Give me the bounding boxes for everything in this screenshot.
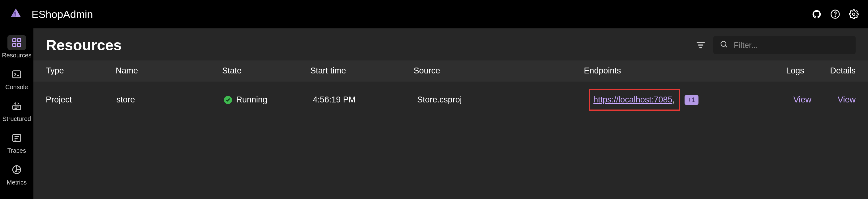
col-header-logs[interactable]: Logs: [760, 66, 830, 76]
search-icon: [719, 40, 728, 51]
details-view-link[interactable]: View: [838, 95, 856, 104]
sidebar-item-label: Metrics: [7, 179, 27, 186]
col-header-source[interactable]: Source: [413, 66, 584, 76]
traces-icon: [11, 133, 22, 143]
page-title: Resources: [46, 37, 695, 54]
sidebar-item-resources[interactable]: Resources: [0, 32, 33, 63]
sidebar-item-console[interactable]: Console: [0, 63, 33, 95]
sidebar-item-label: Traces: [7, 147, 26, 154]
structured-icon: [11, 101, 22, 111]
search-input[interactable]: [734, 40, 849, 50]
cell-type: Project: [46, 95, 116, 105]
grid-icon: [11, 37, 22, 48]
svg-rect-6: [18, 43, 21, 47]
topbar: EShopAdmin: [0, 0, 868, 28]
cell-state: Running: [224, 95, 313, 105]
svg-rect-3: [13, 39, 16, 42]
svg-rect-4: [18, 39, 21, 42]
col-header-type[interactable]: Type: [46, 66, 116, 76]
col-header-start[interactable]: Start time: [310, 66, 413, 76]
app-title: EShopAdmin: [32, 8, 811, 21]
main-content: Resources: [33, 28, 868, 199]
cell-start: 4:56:19 PM: [313, 95, 417, 105]
settings-icon[interactable]: [848, 9, 859, 20]
svg-point-2: [852, 13, 855, 15]
github-icon[interactable]: [811, 9, 822, 20]
console-icon: [11, 69, 22, 80]
endpoint-more-badge[interactable]: +1: [685, 95, 699, 105]
sidebar-item-label: Resources: [2, 52, 32, 59]
col-header-endpoints[interactable]: Endpoints: [584, 66, 760, 76]
table-header: Type Name State Start time Source Endpoi…: [33, 61, 868, 81]
sidebar-item-label: Console: [5, 84, 28, 91]
cell-logs: View: [767, 95, 838, 105]
app-logo-icon: [9, 7, 23, 21]
help-icon[interactable]: [830, 9, 841, 20]
topbar-actions: [811, 9, 859, 20]
endpoint-highlight: https://localhost:7085,: [589, 89, 680, 111]
state-text: Running: [236, 95, 268, 105]
sidebar-item-structured[interactable]: Structured: [0, 95, 33, 127]
sidebar-item-metrics[interactable]: Metrics: [0, 159, 33, 190]
table-row: Project store Running 4:56:19 PM Store.c…: [33, 81, 868, 118]
sidebar-item-label: Structured: [2, 115, 31, 122]
cell-details: View: [838, 95, 856, 105]
svg-point-1: [835, 16, 836, 17]
endpoint-separator: ,: [672, 95, 675, 105]
filter-icon[interactable]: [695, 40, 706, 50]
logs-view-link[interactable]: View: [794, 95, 811, 104]
svg-point-11: [721, 41, 726, 46]
metrics-icon: [11, 164, 22, 175]
col-header-name[interactable]: Name: [116, 66, 222, 76]
sidebar: Resources Console: [0, 28, 33, 199]
col-header-details[interactable]: Details: [830, 66, 856, 76]
col-header-state[interactable]: State: [222, 66, 310, 76]
cell-endpoints: https://localhost:7085, +1: [589, 89, 767, 111]
search-box[interactable]: [713, 36, 856, 54]
sidebar-item-traces[interactable]: Traces: [0, 127, 33, 159]
endpoint-link[interactable]: https://localhost:7085: [593, 95, 672, 105]
svg-rect-7: [13, 71, 21, 78]
cell-name: store: [116, 95, 224, 105]
status-running-icon: [224, 96, 232, 104]
svg-rect-5: [13, 43, 16, 47]
cell-source: Store.csproj: [417, 95, 589, 105]
